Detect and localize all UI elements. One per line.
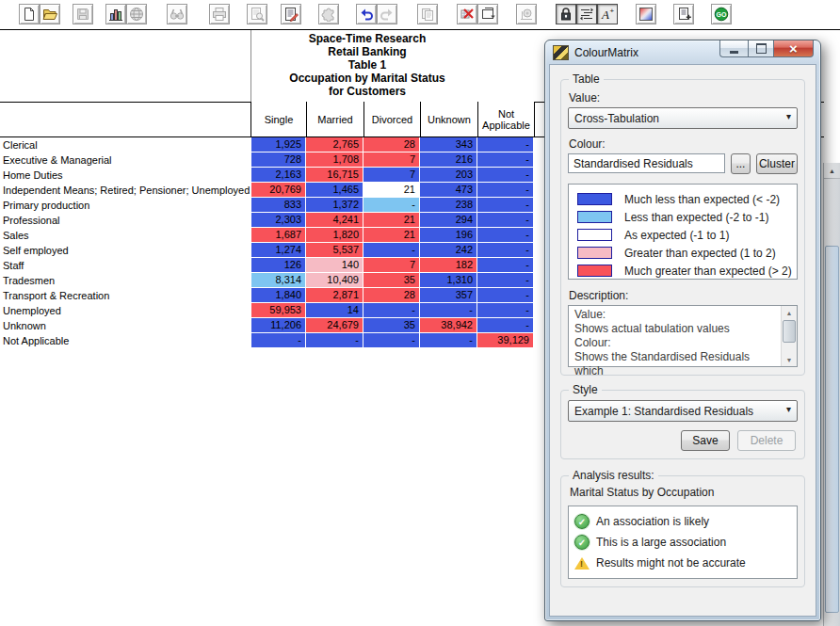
toolbar-print-preview-button[interactable]: [247, 4, 267, 24]
table-cell[interactable]: 21: [363, 183, 420, 198]
style-combobox[interactable]: Example 1: Standardised Residuals: [568, 400, 798, 422]
table-cell[interactable]: -: [363, 198, 420, 213]
row-label[interactable]: Transport & Recreation: [0, 288, 250, 303]
table-cell[interactable]: 39,129: [477, 333, 534, 348]
column-header[interactable]: Not Applicable: [478, 102, 535, 136]
window-vertical-scrollbar[interactable]: [823, 163, 840, 626]
table-cell[interactable]: 2,765: [306, 137, 363, 152]
table-cell[interactable]: 216: [420, 152, 477, 168]
row-label[interactable]: Unemployed: [0, 303, 250, 318]
table-cell[interactable]: -: [477, 288, 534, 303]
toolbar-undo-button[interactable]: [356, 4, 377, 24]
toolbar-new-document-button[interactable]: [19, 4, 40, 24]
table-cell[interactable]: 196: [420, 228, 477, 243]
table-cell[interactable]: -: [477, 137, 534, 152]
toolbar-delete-cross-button[interactable]: [457, 4, 477, 24]
toolbar-open-folder-button[interactable]: [40, 4, 60, 24]
table-cell[interactable]: 5,537: [306, 243, 363, 258]
row-label[interactable]: Primary production: [0, 198, 250, 213]
colour-input[interactable]: [568, 153, 725, 173]
save-button[interactable]: Save: [681, 430, 730, 451]
toolbar-target-button[interactable]: [516, 4, 537, 24]
row-label[interactable]: Tradesmen: [0, 273, 250, 288]
toolbar-add-document-button[interactable]: [673, 4, 694, 24]
browse-button[interactable]: ...: [731, 153, 751, 174]
row-label[interactable]: Sales: [0, 228, 250, 243]
table-cell[interactable]: -: [251, 333, 306, 348]
column-header[interactable]: Married: [307, 102, 364, 136]
table-cell[interactable]: -: [477, 228, 534, 243]
table-cell[interactable]: -: [477, 273, 534, 288]
table-cell[interactable]: -: [477, 213, 534, 228]
table-cell[interactable]: -: [477, 152, 534, 168]
row-label[interactable]: Self employed: [0, 243, 250, 258]
scrollbar-thumb[interactable]: [825, 246, 839, 613]
scrollbar-thumb[interactable]: [783, 320, 796, 343]
toolbar-bar-chart-button[interactable]: [105, 4, 126, 24]
cluster-button[interactable]: Cluster: [756, 153, 798, 174]
minimize-button[interactable]: [719, 40, 748, 57]
toolbar-print-button[interactable]: [209, 4, 230, 24]
table-cell[interactable]: 7: [363, 168, 420, 183]
scroll-down-icon[interactable]: ▼: [782, 353, 797, 366]
table-cell[interactable]: 1,840: [251, 288, 306, 303]
toolbar-puzzle-button[interactable]: [318, 4, 339, 24]
table-cell[interactable]: 126: [251, 258, 306, 273]
toolbar-field-order-button[interactable]: [576, 4, 597, 24]
table-cell[interactable]: 1,310: [420, 273, 477, 288]
close-button[interactable]: ×: [774, 40, 814, 57]
table-cell[interactable]: 1,274: [251, 243, 306, 258]
row-label[interactable]: Clerical: [0, 137, 250, 152]
column-header[interactable]: Divorced: [364, 102, 421, 136]
table-cell[interactable]: 1,820: [306, 228, 363, 243]
row-label[interactable]: Home Duties: [0, 168, 250, 183]
toolbar-redo-button[interactable]: [377, 4, 397, 24]
toolbar-go-button[interactable]: GO: [711, 4, 732, 24]
toolbar-font-size-button[interactable]: A+: [597, 4, 618, 24]
table-cell[interactable]: 8,314: [251, 273, 306, 288]
table-cell[interactable]: 28: [363, 137, 420, 152]
value-combobox[interactable]: Cross-Tabulation: [568, 107, 798, 129]
description-scrollbar[interactable]: ▲ ▼: [781, 306, 797, 366]
table-cell[interactable]: 182: [420, 258, 477, 273]
table-cell[interactable]: 20,769: [251, 183, 306, 198]
table-cell[interactable]: 21: [363, 213, 420, 228]
table-cell[interactable]: 7: [363, 152, 420, 168]
toolbar-transpose-table-button[interactable]: [477, 4, 498, 24]
table-cell[interactable]: 1,925: [251, 137, 306, 152]
table-cell[interactable]: 2,871: [306, 288, 363, 303]
table-cell[interactable]: 35: [363, 273, 420, 288]
table-cell[interactable]: 294: [420, 213, 477, 228]
table-cell[interactable]: -: [477, 198, 534, 213]
table-cell[interactable]: -: [477, 183, 534, 198]
scroll-up-icon[interactable]: ▲: [782, 306, 797, 319]
table-cell[interactable]: 21: [363, 228, 420, 243]
table-cell[interactable]: -: [477, 258, 534, 273]
table-cell[interactable]: 11,206: [251, 318, 306, 333]
table-cell[interactable]: 14: [306, 303, 363, 318]
toolbar-globe-button[interactable]: [126, 4, 147, 24]
row-label[interactable]: Executive & Managerial: [0, 152, 250, 168]
maximize-button[interactable]: [748, 40, 774, 57]
table-cell[interactable]: 35: [363, 318, 420, 333]
toolbar-copy-button[interactable]: [417, 4, 438, 24]
table-cell[interactable]: -: [477, 168, 534, 183]
legend-item[interactable]: Much less than expected (< -2): [569, 190, 797, 208]
table-cell[interactable]: 343: [420, 137, 477, 152]
table-cell[interactable]: 4,241: [306, 213, 363, 228]
table-cell[interactable]: -: [420, 333, 477, 348]
table-cell[interactable]: 16,715: [306, 168, 363, 183]
table-cell[interactable]: -: [363, 303, 420, 318]
table-cell[interactable]: -: [477, 303, 534, 318]
table-cell[interactable]: 833: [251, 198, 306, 213]
row-label[interactable]: Staff: [0, 258, 250, 273]
table-cell[interactable]: 1,708: [306, 152, 363, 168]
table-cell[interactable]: 2,163: [251, 168, 306, 183]
table-cell[interactable]: -: [477, 318, 534, 333]
table-cell[interactable]: 7: [363, 258, 420, 273]
toolbar-colour-matrix-button[interactable]: [636, 4, 656, 24]
legend-item[interactable]: Much greater than expected (> 2): [569, 262, 797, 280]
toolbar-save-button[interactable]: [73, 4, 93, 24]
column-header[interactable]: Single: [251, 102, 307, 136]
table-cell[interactable]: 1,465: [306, 183, 363, 198]
